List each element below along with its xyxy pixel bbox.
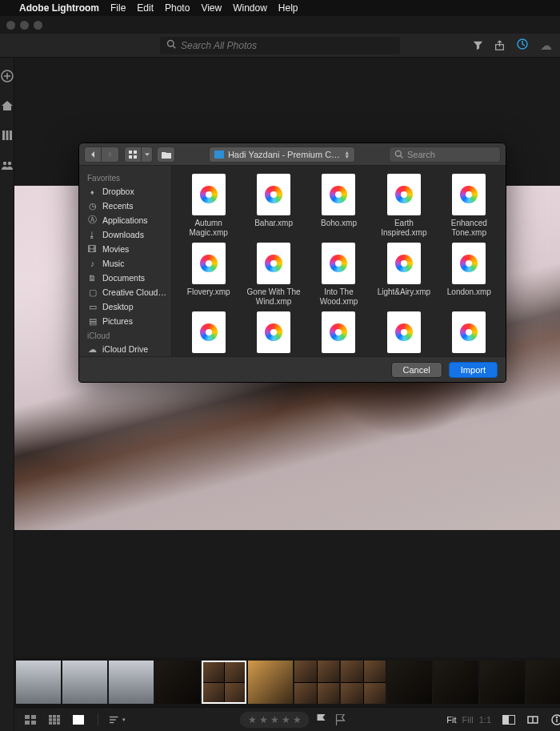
zoom-1to1-label[interactable]: 1:1 xyxy=(479,715,491,725)
cloud-status-icon[interactable]: ☁ xyxy=(540,38,552,53)
sharing-icon[interactable] xyxy=(0,158,14,171)
svg-rect-26 xyxy=(53,718,56,721)
star-rating[interactable]: ★★★★★ xyxy=(240,712,310,728)
file-grid[interactable]: Autumn Magic.xmp Bahar.xmp Boho.xmp Eart… xyxy=(172,166,506,356)
zoom-fill-label[interactable]: Fill xyxy=(462,715,474,725)
filmstrip-thumb[interactable] xyxy=(387,661,432,704)
file-item[interactable]: Night Out.xmp xyxy=(242,311,305,356)
window-close-button[interactable] xyxy=(6,21,15,30)
dialog-toolbar: Hadi Yazdani - Premium C… ▲▼ Search xyxy=(79,143,506,166)
file-item[interactable]: Old Day - Refine.xmp xyxy=(372,311,435,356)
file-item[interactable]: Enhanced Tone.xmp xyxy=(438,174,501,238)
sidebar-item-pictures[interactable]: ▤Pictures xyxy=(79,314,171,328)
file-item[interactable]: London.xmp xyxy=(438,243,501,307)
star-icon: ★ xyxy=(270,714,279,725)
share-icon[interactable] xyxy=(494,40,505,50)
filmstrip-thumb[interactable] xyxy=(202,661,246,704)
menu-help[interactable]: Help xyxy=(278,2,298,14)
dialog-search-placeholder: Search xyxy=(407,150,435,159)
menu-view[interactable]: View xyxy=(201,2,222,14)
file-item[interactable]: Light&Airy.xmp xyxy=(372,243,435,307)
file-item[interactable]: Flovery.xmp xyxy=(177,243,240,307)
path-dropdown[interactable]: Hadi Yazdani - Premium C… ▲▼ xyxy=(209,147,355,163)
filmstrip-thumb[interactable] xyxy=(16,661,61,704)
file-item[interactable]: Nostalogia.xmp xyxy=(307,311,370,356)
cloud-sync-icon[interactable] xyxy=(516,38,529,53)
menubar-app-name[interactable]: Adobe Lightroom xyxy=(19,2,99,14)
window-minimize-button[interactable] xyxy=(20,21,29,30)
sidebar-item-desktop[interactable]: ▭Desktop xyxy=(79,299,171,314)
flag-pick-button[interactable] xyxy=(314,713,329,727)
filmstrip-thumb[interactable] xyxy=(155,661,200,704)
nav-back-button[interactable] xyxy=(84,147,102,163)
movies-icon: 🎞 xyxy=(87,245,98,254)
zoom-fit-fill[interactable]: Fit Fill 1:1 xyxy=(445,715,493,725)
menu-edit[interactable]: Edit xyxy=(137,2,154,14)
xmp-file-icon xyxy=(387,311,421,353)
sort-button[interactable]: ▾ xyxy=(110,713,126,726)
file-item[interactable]: Old Days - Muted.xmp xyxy=(438,311,501,356)
xmp-file-icon xyxy=(257,174,290,215)
square-grid-view-button[interactable] xyxy=(46,713,62,726)
sidebar-item-dropbox[interactable]: ⬧Dropbox xyxy=(79,184,171,199)
view-dropdown-button[interactable] xyxy=(142,147,153,163)
cancel-button[interactable]: Cancel xyxy=(391,362,442,378)
filmstrip-thumb[interactable] xyxy=(341,661,386,704)
add-photos-icon[interactable] xyxy=(0,69,14,82)
xmp-file-icon xyxy=(387,174,421,215)
pictures-icon: ▤ xyxy=(87,317,98,326)
filmstrip-thumb[interactable] xyxy=(62,661,107,704)
sidebar-item-downloads[interactable]: ⭳Downloads xyxy=(79,227,171,242)
filmstrip-toggle-button[interactable] xyxy=(525,713,541,726)
filmstrip-thumb[interactable] xyxy=(294,661,339,704)
documents-icon: 🗎 xyxy=(87,274,98,283)
my-photos-icon[interactable] xyxy=(0,128,14,142)
arrange-button[interactable] xyxy=(158,147,175,163)
icon-view-button[interactable] xyxy=(124,147,142,163)
sidebar-item-documents[interactable]: 🗎Documents xyxy=(79,271,171,285)
sidebar-item-applications[interactable]: ⒶApplications xyxy=(79,213,171,227)
sidebar-item-creative-cloud[interactable]: ▢Creative Cloud… xyxy=(79,285,171,299)
photo-canvas[interactable]: Hadi Yazdani - Premium C… ▲▼ Search Favo… xyxy=(14,58,560,657)
xmp-file-icon xyxy=(387,243,421,284)
zoom-fit-label[interactable]: Fit xyxy=(446,715,456,725)
menu-window[interactable]: Window xyxy=(233,2,267,14)
menu-photo[interactable]: Photo xyxy=(165,2,190,14)
info-button[interactable] xyxy=(549,713,560,726)
filmstrip-thumb[interactable] xyxy=(109,661,154,704)
menu-file[interactable]: File xyxy=(110,2,126,14)
file-item[interactable]: Gone With The Wind.xmp xyxy=(242,243,305,307)
nav-forward-button[interactable] xyxy=(102,147,119,163)
window-zoom-button[interactable] xyxy=(34,21,42,30)
filmstrip-thumb[interactable] xyxy=(480,661,525,704)
search-all-photos-input[interactable]: Search All Photos xyxy=(160,37,400,54)
file-item[interactable]: Narsis.xmp xyxy=(177,311,240,356)
sidebar-item-icloud-drive[interactable]: ☁iCloud Drive xyxy=(79,342,171,356)
svg-rect-31 xyxy=(73,715,84,725)
photo-grid-view-button[interactable] xyxy=(22,713,38,726)
file-item[interactable]: Boho.xmp xyxy=(307,174,370,238)
import-button[interactable]: Import xyxy=(449,362,498,378)
file-item[interactable]: Bahar.xmp xyxy=(242,174,305,238)
sidebar-item-recents[interactable]: ◷Recents xyxy=(79,199,171,213)
svg-point-16 xyxy=(395,151,401,156)
home-icon[interactable] xyxy=(0,98,14,112)
filmstrip-thumb[interactable] xyxy=(248,661,293,704)
sidebar-item-movies[interactable]: 🎞Movies xyxy=(79,242,171,256)
sidebar-item-music[interactable]: ♪Music xyxy=(79,256,171,271)
file-item[interactable]: Into The Wood.xmp xyxy=(307,243,370,307)
show-original-button[interactable] xyxy=(501,713,517,726)
file-item[interactable]: Autumn Magic.xmp xyxy=(177,174,240,238)
filter-icon[interactable] xyxy=(473,40,483,50)
file-item[interactable]: Earth Inspired.xmp xyxy=(372,174,435,238)
folder-icon xyxy=(214,151,224,159)
svg-rect-7 xyxy=(2,131,5,140)
icloud-icon: ☁ xyxy=(87,345,98,354)
filmstrip-thumb[interactable] xyxy=(526,661,560,704)
applications-icon: Ⓐ xyxy=(87,216,98,225)
flag-reject-button[interactable] xyxy=(334,713,348,727)
detail-view-button[interactable] xyxy=(70,713,86,726)
filmstrip-thumb[interactable] xyxy=(434,661,478,704)
dialog-search-input[interactable]: Search xyxy=(389,147,501,163)
filmstrip[interactable] xyxy=(14,657,560,707)
